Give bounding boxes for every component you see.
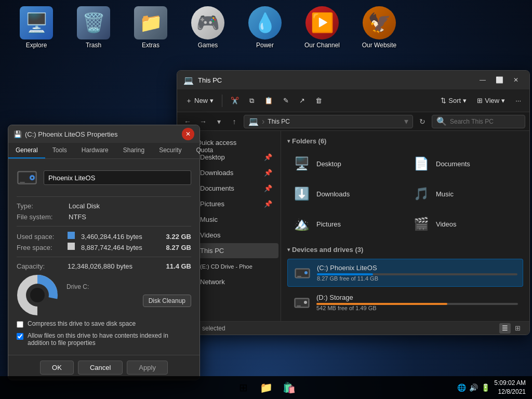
sort-label: Sort (448, 97, 461, 104)
explorer-toolbar: ＋ New ▾ ✂️ ⧉ 📋 ✎ ↗ 🗑 (177, 89, 529, 112)
capacity-bytes: 12,348,026,880 bytes (68, 262, 162, 270)
pin-icon-pic: 📌 (264, 200, 272, 208)
close-button[interactable]: ✕ (509, 75, 523, 85)
index-checkbox[interactable] (17, 333, 23, 340)
drive-name-input[interactable] (44, 170, 191, 185)
nav-dropdown-button[interactable]: ▾ (212, 115, 225, 128)
svg-rect-2 (297, 276, 301, 277)
folder-item-desktop[interactable]: 🖥️ Desktop (287, 150, 404, 177)
delete-button[interactable]: 🗑 (311, 95, 326, 107)
folder-item-downloads[interactable]: ⬇️ Downloads (287, 180, 404, 207)
ok-button[interactable]: OK (40, 361, 74, 375)
search-bar[interactable]: 🔍 (432, 115, 525, 128)
folder-item-videos[interactable]: 🎬 Videos (407, 210, 523, 237)
status-view-buttons: ☰ ⊞ (499, 323, 523, 334)
folder-documents-icon: 📄 (412, 154, 431, 173)
compress-checkbox[interactable] (17, 321, 23, 328)
sort-button[interactable]: ⇅ Sort ▾ (436, 95, 471, 107)
c-drive-info: (C:) Phoenix LiteOS 8.27 GB free of 11.4… (317, 264, 517, 282)
drive-item-c[interactable]: (C:) Phoenix LiteOS 8.27 GB free of 11.4… (287, 259, 523, 287)
folder-item-pictures[interactable]: 🏔️ Pictures (287, 210, 404, 237)
view-label: View (485, 97, 499, 104)
d-drive-name: (D:) Storage (316, 294, 518, 301)
view-details-button[interactable]: ☰ (499, 323, 511, 334)
desktop-icon-games[interactable]: 🎮 Games (187, 6, 229, 49)
taskbar-start-button[interactable]: ⊞ (234, 378, 252, 397)
explorer-win-controls: — ⬜ ✕ (475, 75, 523, 85)
power-icon: 💧 (248, 6, 282, 39)
apply-button[interactable]: Apply (127, 361, 168, 375)
desktop: 🖥️ Explore 🗑️ Trash 📁 Extras 🎮 Games 💧 P… (0, 0, 532, 399)
capacity-label: Capacity: (17, 262, 63, 270)
drive-item-d[interactable]: (D:) Storage 542 MB free of 1.49 GB (287, 289, 523, 316)
explorer-window: 💻 This PC — ⬜ ✕ ＋ New ▾ ✂️ ⧉ (177, 70, 530, 335)
view-button[interactable]: ⊞ View ▾ (473, 95, 509, 107)
more-button[interactable]: ··· (511, 95, 525, 107)
new-label: New (194, 97, 208, 104)
desktop-icon-explore[interactable]: 🖥️ Explore (16, 6, 57, 49)
index-label: Allow files on this drive to have conten… (28, 332, 191, 347)
new-button[interactable]: ＋ New ▾ (181, 94, 218, 108)
disk-cleanup-button[interactable]: Disk Cleanup (143, 295, 191, 307)
store-icon: 🛍️ (283, 381, 296, 394)
drives-chevron-icon: ▾ (287, 247, 290, 252)
desktop-icon-channel[interactable]: ▶️ Our Channel (301, 6, 343, 49)
address-separator-icon: › (262, 117, 264, 126)
maximize-button[interactable]: ⬜ (492, 75, 507, 85)
svg-point-3 (304, 271, 308, 274)
cut-button[interactable]: ✂️ (227, 95, 243, 107)
taskbar-store-button[interactable]: 🛍️ (280, 378, 298, 397)
folder-pictures-icon: 🏔️ (292, 215, 311, 233)
refresh-button[interactable]: ↻ (416, 115, 429, 128)
d-drive-space: 542 MB free of 1.49 GB (316, 305, 518, 311)
props-used-row: Used space: 3,460,284,416 bytes 3.22 GB (17, 232, 191, 241)
c-drive-icon (293, 263, 312, 282)
sidebar-pictures-label: Pictures (200, 200, 224, 208)
tab-hardware[interactable]: Hardware (74, 143, 116, 158)
taskbar-clock: 5:09:02 AM 12/8/2021 (494, 379, 526, 396)
taskbar-folder-button[interactable]: 📁 (257, 378, 275, 397)
view-icon: ⊞ (477, 97, 483, 104)
folder-downloads-label: Downloads (316, 190, 350, 198)
paste-button[interactable]: 📋 (260, 95, 277, 107)
c-drive-name: (C:) Phoenix LiteOS (317, 264, 517, 272)
cancel-button[interactable]: Cancel (78, 361, 123, 375)
new-arrow-icon: ▾ (210, 97, 214, 104)
folder-item-music[interactable]: 🎵 Music (407, 180, 523, 207)
pin-icon-doc: 📌 (264, 184, 272, 192)
copy-button[interactable]: ⧉ (245, 95, 258, 107)
type-label: Type: (17, 202, 69, 210)
minimize-button[interactable]: — (475, 75, 490, 85)
taskbar-right: 🌐 🔊 🔋 5:09:02 AM 12/8/2021 (457, 379, 526, 396)
view-arrow-icon: ▾ (501, 97, 505, 104)
folder-item-documents[interactable]: 📄 Documents (407, 150, 523, 177)
explorer-titlebar: 💻 This PC — ⬜ ✕ (177, 71, 529, 89)
tab-sharing[interactable]: Sharing (116, 143, 152, 158)
view-tiles-button[interactable]: ⊞ (512, 323, 523, 334)
nav-up-button[interactable]: ↑ (228, 115, 241, 128)
address-bar[interactable]: 💻 › This PC ▾ (244, 115, 413, 128)
explorer-addressbar: ← → ▾ ↑ 💻 › This PC ▾ ↻ 🔍 (177, 112, 529, 131)
tab-security[interactable]: Security (152, 143, 189, 158)
share-button[interactable]: ↗ (295, 95, 309, 107)
rename-icon: ✎ (283, 97, 289, 104)
used-color-icon (68, 232, 75, 239)
sidebar-music-label: Music (200, 216, 218, 223)
tab-quota[interactable]: Quota (189, 143, 220, 158)
desktop-icon-power[interactable]: 💧 Power (244, 6, 286, 49)
rename-button[interactable]: ✎ (279, 95, 293, 107)
folder-downloads-icon: ⬇️ (292, 184, 311, 203)
desktop-icon-extras[interactable]: 📁 Extras (130, 6, 171, 49)
tab-general[interactable]: General (8, 143, 45, 158)
desktop-icon-trash[interactable]: 🗑️ Trash (73, 6, 114, 49)
properties-close-button[interactable]: ✕ (182, 128, 194, 140)
desktop-icon-website[interactable]: 🦅 Our Website (358, 6, 400, 49)
share-icon: ↗ (299, 97, 305, 104)
folders-chevron-icon: ▾ (287, 138, 290, 144)
channel-label: Our Channel (304, 42, 340, 49)
tab-tools[interactable]: Tools (45, 143, 74, 158)
search-input[interactable] (450, 118, 521, 125)
explore-label: Explore (26, 42, 47, 49)
sidebar-videos-label: Videos (200, 231, 221, 239)
drives-section-header: ▾ Devices and drives (3) (287, 246, 523, 254)
